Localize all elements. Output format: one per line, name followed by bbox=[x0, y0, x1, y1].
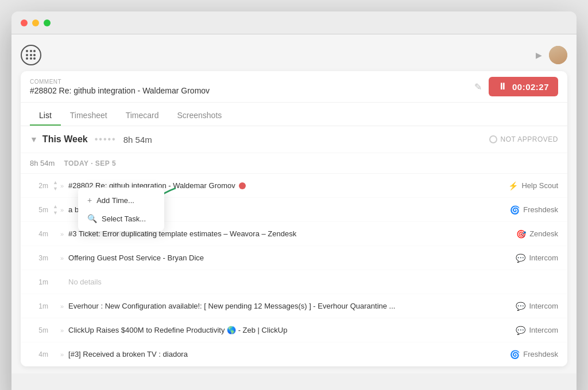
top-bar-right: ▶ bbox=[536, 46, 567, 64]
comment-edit-icon[interactable]: ✎ bbox=[474, 81, 482, 92]
intercom-icon: 💬 bbox=[515, 253, 525, 263]
maximize-button[interactable] bbox=[44, 20, 51, 26]
week-header: ▼ This Week ••••• 8h 54m NOT APPROVED bbox=[21, 126, 567, 153]
week-title: This Week bbox=[42, 134, 88, 145]
row-duration: 1m bbox=[30, 278, 48, 286]
top-bar: ▶ bbox=[21, 41, 567, 71]
context-add-time[interactable]: + Add Time... bbox=[78, 191, 164, 209]
minimize-button[interactable] bbox=[32, 20, 39, 26]
week-time: 8h 54m bbox=[123, 135, 152, 145]
row-duration: 5m bbox=[30, 206, 48, 214]
row-duration: 1m bbox=[30, 302, 48, 310]
avatar[interactable] bbox=[549, 46, 567, 64]
table-row: 2m ▲ ▼ » #28802 Re: github integration -… bbox=[21, 174, 567, 198]
comment-label: Comment bbox=[30, 79, 474, 85]
row-expand-icon[interactable]: » bbox=[60, 182, 64, 189]
row-service: 🌀 Freshdesk bbox=[509, 205, 558, 215]
freshdesk-icon: 🌀 bbox=[509, 205, 520, 215]
row-expand-icon[interactable]: » bbox=[60, 231, 64, 237]
row-title: Everhour : New Configuration available!:… bbox=[68, 302, 515, 310]
row-duration: 5m bbox=[30, 326, 48, 334]
row-expand-icon[interactable]: » bbox=[60, 255, 64, 262]
service-name: Intercom bbox=[529, 302, 558, 310]
logo-dots bbox=[26, 50, 36, 60]
row-service: 💬 Intercom bbox=[515, 253, 558, 263]
week-toggle[interactable]: ▼ bbox=[30, 135, 38, 144]
comment-bar: Comment #28802 Re: github integration - … bbox=[21, 71, 567, 103]
comment-value: #28802 Re: github integration - Waldemar… bbox=[30, 86, 474, 95]
tab-timecard[interactable]: Timecard bbox=[117, 103, 168, 126]
close-button[interactable] bbox=[21, 20, 28, 26]
row-expand-icon[interactable]: » bbox=[60, 206, 64, 213]
day-total: 8h 54m bbox=[30, 159, 55, 167]
service-name: Intercom bbox=[529, 326, 558, 334]
context-menu: + Add Time... 🔍 Select Task... bbox=[78, 188, 164, 231]
row-expand-icon[interactable]: » bbox=[60, 303, 64, 310]
row-service: 💬 Intercom bbox=[515, 325, 558, 336]
timer-display: 00:02:27 bbox=[512, 82, 549, 92]
top-bar-left bbox=[21, 45, 41, 65]
row-service: 🌀 Freshdesk bbox=[509, 349, 558, 360]
comment-field: Comment #28802 Re: github integration - … bbox=[30, 79, 474, 95]
week-dots: ••••• bbox=[95, 134, 117, 145]
row-duration: 3m bbox=[30, 254, 48, 262]
table-row: 4m ▲ ▼ » [#3] Received a broken TV : dia… bbox=[21, 342, 567, 366]
service-name: Freshdesk bbox=[523, 350, 558, 358]
intercom-icon: 💬 bbox=[515, 301, 525, 311]
stop-recording-icon[interactable] bbox=[239, 182, 246, 189]
row-title: ClickUp Raises $400M to Redefine Product… bbox=[68, 326, 515, 334]
row-sort-arrows[interactable]: ▲ ▼ bbox=[53, 204, 58, 216]
comment-actions: ✎ bbox=[474, 81, 482, 92]
row-duration: 2m bbox=[30, 182, 48, 190]
intercom-icon: 💬 bbox=[515, 325, 525, 336]
row-expand-icon[interactable]: » bbox=[60, 327, 64, 334]
helpscout-icon: ⚡ bbox=[508, 181, 518, 191]
service-name: Intercom bbox=[529, 253, 558, 262]
row-service: 💬 Intercom bbox=[515, 301, 558, 311]
play-button[interactable]: ▶ bbox=[536, 50, 542, 60]
day-header: 8h 54m TODAY · SEP 5 bbox=[21, 153, 567, 174]
status-circle bbox=[489, 135, 497, 143]
row-expand-icon[interactable]: » bbox=[60, 351, 64, 358]
zendesk-icon: 🎯 bbox=[516, 229, 526, 239]
row-duration: 4m bbox=[30, 230, 48, 238]
app-logo bbox=[21, 45, 41, 65]
row-title: [#3] Received a broken TV : diadora bbox=[68, 350, 509, 358]
timer-button[interactable]: ⏸ 00:02:27 bbox=[489, 77, 558, 96]
row-title: Offering Guest Post Service - Bryan Dice bbox=[68, 253, 515, 262]
service-name: Help Scout bbox=[521, 181, 558, 190]
table-row: 1m ▲ ▼ » Everhour : New Configuration av… bbox=[21, 294, 567, 318]
row-service: 🎯 Zendesk bbox=[516, 229, 558, 239]
table-row: 3m ▲ ▼ » Offering Guest Post Service - B… bbox=[21, 246, 567, 270]
table-row: 1m ▲ ▼ » No details bbox=[21, 270, 567, 294]
status-text: NOT APPROVED bbox=[501, 135, 558, 143]
day-label: TODAY · SEP 5 bbox=[64, 159, 116, 167]
context-select-task-label: Select Task... bbox=[102, 214, 146, 223]
service-name: Freshdesk bbox=[523, 205, 558, 214]
tab-timesheet[interactable]: Timesheet bbox=[61, 103, 117, 126]
row-service: ⚡ Help Scout bbox=[508, 181, 558, 191]
context-add-time-label: Add Time... bbox=[96, 196, 134, 205]
freshdesk-icon: 🌀 bbox=[509, 349, 520, 360]
app-window: ▶ Comment #28802 Re: github integration … bbox=[11, 11, 577, 390]
app-content: ▶ Comment #28802 Re: github integration … bbox=[11, 34, 577, 373]
traffic-lights bbox=[21, 20, 51, 26]
tab-list[interactable]: List bbox=[30, 103, 61, 126]
pause-icon: ⏸ bbox=[498, 81, 508, 92]
row-duration: 4m bbox=[30, 350, 48, 358]
service-name: Zendesk bbox=[529, 229, 558, 238]
week-status: NOT APPROVED bbox=[489, 135, 558, 143]
row-sort-arrows[interactable]: ▲ ▼ bbox=[53, 180, 58, 192]
row-title-muted: No details bbox=[68, 278, 558, 286]
table-row: 5m ▲ ▼ » ClickUp Raises $400M to Redefin… bbox=[21, 318, 567, 342]
tabs: List Timesheet Timecard Screenshots bbox=[21, 103, 567, 126]
context-select-task[interactable]: 🔍 Select Task... bbox=[78, 209, 164, 228]
search-icon: 🔍 bbox=[87, 214, 97, 223]
main-card: Comment #28802 Re: github integration - … bbox=[21, 71, 567, 366]
titlebar bbox=[11, 11, 577, 34]
plus-icon: + bbox=[87, 196, 92, 205]
tab-screenshots[interactable]: Screenshots bbox=[168, 103, 231, 126]
